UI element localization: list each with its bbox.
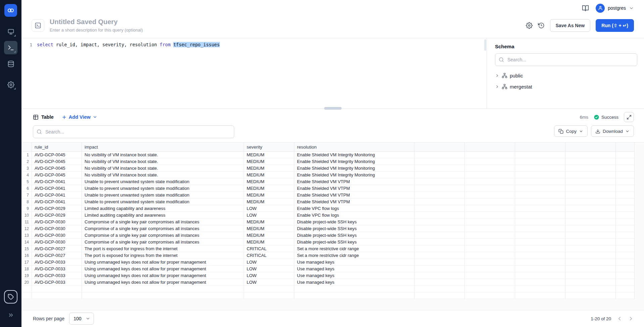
sidebar-item-data[interactable] [4, 57, 17, 70]
scrollbar-thumb[interactable] [484, 39, 486, 51]
cell-impact: Unable to prevent unwanted system state … [82, 192, 244, 198]
cell-empty [515, 172, 565, 178]
cell-resolution: Enable Shielded VM VTPM [294, 199, 414, 205]
expand-results-button[interactable] [624, 112, 634, 122]
cell-empty [515, 205, 565, 212]
sql-code: select rule_id, impact, severity, resolu… [37, 42, 220, 47]
cell-empty [465, 152, 515, 158]
cell-empty [465, 172, 515, 178]
row-number: 19 [21, 272, 32, 279]
cell-empty [616, 185, 635, 192]
cell-severity: MEDIUM [244, 192, 294, 198]
user-menu[interactable]: postgres [596, 4, 634, 13]
cell-impact: Using unmanaged keys does not allow for … [82, 259, 244, 265]
schema-search-input[interactable] [507, 57, 634, 63]
cell-resolution: Disable project-wide SSH keys [294, 232, 414, 238]
app-logo[interactable] [4, 4, 17, 17]
cell-impact: No visibility of VM instance boot state. [82, 165, 244, 171]
editor-scrollbar[interactable] [484, 38, 487, 108]
chevrons-right-icon [8, 312, 14, 318]
tab-table[interactable]: Table [33, 114, 54, 120]
cell-empty [515, 158, 565, 165]
status-label: Success [601, 115, 618, 120]
cell-empty [565, 239, 616, 245]
rows-per-page-label: Rows per page [33, 316, 64, 321]
row-number [21, 292, 32, 299]
chevron-left-icon [616, 316, 623, 322]
cell-empty [616, 266, 635, 272]
sidebar-item-repos[interactable] [4, 25, 17, 38]
cell-resolution: Disable project-wide SSH keys [294, 225, 414, 232]
results-search-input[interactable] [45, 129, 231, 135]
table-row: 7AVD-GCP-0041Unable to prevent unwanted … [21, 192, 635, 199]
docs-button[interactable] [582, 5, 589, 12]
cell-empty [465, 158, 515, 165]
previous-page-button[interactable] [616, 316, 623, 322]
cell-empty [465, 219, 515, 225]
cell-empty [414, 185, 465, 192]
cell-empty [565, 219, 616, 225]
results-search-row: Copy Download [21, 125, 644, 142]
cell-resolution: Enable Shielded VM Integrity Monitoring [294, 152, 414, 158]
cell-severity: LOW [244, 279, 294, 285]
cell-impact: Using unmanaged keys does not allow for … [82, 272, 244, 279]
cell-empty [465, 239, 515, 245]
cell-resolution: Enable Shielded VM VTPM [294, 178, 414, 185]
add-view-button[interactable]: Add View [62, 114, 97, 120]
query-settings-button[interactable] [526, 22, 533, 29]
editor-schema-row: 1 select rule_id, impact, severity, reso… [21, 38, 644, 108]
copy-icon [558, 129, 563, 134]
sidebar-item-queries[interactable] [4, 41, 17, 54]
cell-severity: MEDIUM [244, 152, 294, 158]
rows-per-page-select[interactable]: 100 [69, 313, 94, 325]
sidebar-nav [4, 25, 17, 91]
cell-resolution: Enable Shielded VM Integrity Monitoring [294, 158, 414, 165]
cell-empty [414, 212, 465, 218]
sidebar-item-tags[interactable] [5, 291, 17, 303]
schema-node-public[interactable]: public [495, 70, 637, 81]
terminal-icon [7, 44, 14, 51]
query-history-button[interactable] [538, 22, 545, 29]
table-row: 12AVD-GCP-0030Compromise of a single key… [21, 225, 635, 232]
cell-empty [294, 292, 414, 299]
next-page-button[interactable] [628, 316, 634, 322]
cell-empty [465, 252, 515, 259]
line-number: 1 [21, 42, 37, 47]
cell-empty [515, 272, 565, 279]
cell-impact: Compromise of a single key pair compromi… [82, 225, 244, 232]
schema-node-mergestat[interactable]: mergestat [495, 81, 637, 92]
database-icon [7, 60, 14, 67]
cell-empty [616, 239, 635, 245]
table-row: 11AVD-GCP-0030Compromise of a single key… [21, 219, 635, 225]
run-button[interactable]: Run (⇧ + ↵) [596, 19, 634, 32]
sidebar-item-settings[interactable] [4, 78, 17, 91]
cell-empty [515, 219, 565, 225]
cell-empty [414, 205, 465, 212]
download-button[interactable]: Download [591, 125, 634, 137]
panel-resize-handle[interactable] [324, 107, 342, 110]
table-grid-icon [33, 114, 39, 120]
save-as-new-button[interactable]: Save As New [550, 19, 591, 32]
cell-severity: LOW [244, 205, 294, 212]
query-title[interactable]: Untitled Saved Query [50, 18, 143, 26]
chevron-right-icon [495, 85, 499, 89]
row-number: 7 [21, 192, 32, 198]
cell-rule_id: AVD-GCP-0027 [32, 246, 82, 252]
results-panel: Table Add View 6ms Success [21, 108, 644, 310]
column-header-impact: impact [82, 143, 244, 151]
sql-editor[interactable]: 1 select rule_id, impact, severity, reso… [21, 38, 487, 108]
cell-resolution: Use managed keys [294, 259, 414, 265]
cell-empty [515, 259, 565, 265]
cell-empty [565, 252, 616, 259]
cell-rule_id: AVD-GCP-0033 [32, 272, 82, 279]
query-description[interactable]: Enter a short description for this query… [50, 28, 143, 33]
copy-button[interactable]: Copy [554, 125, 588, 137]
cell-resolution: Disable project-wide SSH keys [294, 239, 414, 245]
row-number: 1 [21, 152, 32, 158]
table-row: 6AVD-GCP-0041Unable to prevent unwanted … [21, 185, 635, 192]
cell-empty [515, 266, 565, 272]
cell-impact: Compromise of a single key pair compromi… [82, 219, 244, 225]
sidebar-expand-button[interactable] [4, 308, 17, 322]
cell-empty [616, 272, 635, 279]
row-number: 17 [21, 259, 32, 265]
